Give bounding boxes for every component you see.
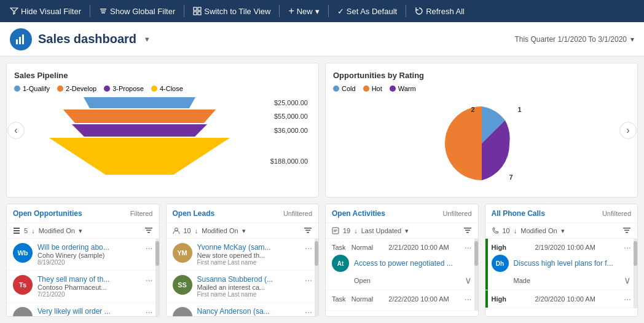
legend-develop: 2-Develop (57, 85, 96, 92)
page-header: Sales dashboard ▾ This Quarter 1/1/2020 … (0, 22, 644, 57)
activities-sort-chevron[interactable]: ▾ (405, 227, 409, 235)
legend-qualify: 1-Qualify (14, 85, 50, 92)
new-button[interactable]: + New ▾ (283, 0, 324, 22)
filter-list-icon (622, 226, 631, 235)
scrollbar-track (315, 239, 318, 317)
list-item: Ts They sell many of th... Contoso Pharm… (7, 271, 159, 303)
legend-cold: Cold (333, 85, 356, 92)
set-as-default-button[interactable]: ✓ Set As Default (332, 0, 402, 22)
nav-arrow-left[interactable]: ‹ (7, 122, 25, 139)
item-menu-button[interactable]: ··· (146, 307, 153, 317)
page-title: Sales dashboard (38, 32, 136, 46)
activity-menu-button[interactable]: ··· (465, 294, 472, 304)
opp-sort-desc-button[interactable]: ↓ (31, 227, 35, 234)
activities-sort-desc-button[interactable]: ↓ (354, 227, 358, 234)
phone-calls-controls: 10 ↓ Modified On ▾ (485, 223, 638, 239)
svg-rect-26 (623, 228, 630, 229)
item-menu-button[interactable]: ··· (146, 275, 153, 285)
avatar (13, 307, 33, 317)
svg-rect-18 (305, 230, 310, 231)
expand-button[interactable]: ∨ (465, 274, 472, 286)
item-text: Yvonne McKay (sam... New store opened th… (197, 243, 300, 266)
scrollbar-thumb[interactable] (474, 241, 478, 266)
avatar: Dh (492, 255, 509, 272)
item-menu-button[interactable]: ··· (305, 243, 312, 253)
qualify-dot (14, 86, 20, 92)
person-icon (173, 227, 180, 234)
leads-filter-button[interactable] (304, 226, 312, 235)
activities-count: 19 (343, 227, 350, 234)
item-menu-button[interactable]: ··· (305, 307, 312, 317)
tile-view-icon (193, 7, 202, 15)
show-global-filter-button[interactable]: Show Global Filter (94, 0, 180, 22)
nav-arrow-right[interactable]: › (619, 122, 637, 139)
svg-rect-14 (146, 230, 151, 231)
header-chevron-icon[interactable]: ▾ (145, 34, 149, 44)
pie-label-7: 7 (509, 173, 512, 181)
opp-rating-title: Opportunities by Rating (333, 71, 630, 80)
scrollbar-track (474, 239, 478, 311)
open-activities-card: Open Activities Unfiltered 19 ↓ Last Upd… (325, 204, 479, 317)
list-item: Nancy Anderson (sa... ··· (167, 303, 319, 317)
avatar (173, 307, 192, 317)
date-range-chevron-icon: ▾ (630, 35, 634, 44)
svg-rect-23 (464, 228, 471, 229)
sales-dashboard-icon (10, 28, 32, 50)
scrollbar-thumb[interactable] (315, 241, 318, 266)
item-text: Very likely will order ... (37, 307, 141, 316)
item-text: They sell many of th... Contoso Pharmace… (37, 275, 141, 298)
phone-icon (492, 227, 499, 234)
svg-rect-24 (465, 230, 470, 231)
svg-rect-1 (101, 10, 106, 12)
item-text: Nancy Anderson (sa... (197, 307, 300, 316)
item-text: Will be ordering abo... Coho Winery (sam… (37, 243, 141, 266)
pie-label-1: 1 (517, 106, 521, 113)
show-global-filter-label: Show Global Filter (110, 7, 175, 16)
phone-sort-chevron[interactable]: ▾ (561, 227, 565, 235)
phone-filter-button[interactable] (622, 226, 631, 235)
switch-to-tile-view-button[interactable]: Switch to Tile View (188, 0, 275, 22)
svg-rect-0 (100, 9, 106, 10)
scrollbar-thumb[interactable] (634, 241, 637, 266)
item-menu-button[interactable]: ··· (305, 275, 312, 285)
open-activities-title: Open Activities (332, 209, 385, 218)
svg-rect-27 (624, 230, 629, 231)
activities-filter-button[interactable] (463, 226, 472, 235)
opp-filter-button[interactable] (144, 226, 153, 235)
activity-menu-button[interactable]: ··· (465, 242, 472, 252)
open-leads-controls: 10 ↓ Modified On ▾ (167, 223, 319, 239)
hide-visual-filter-button[interactable]: Hide Visual Filter (5, 0, 86, 22)
svg-rect-6 (198, 12, 201, 15)
svg-rect-12 (14, 233, 20, 234)
cold-dot (333, 86, 339, 92)
checkmark-icon: ✓ (337, 7, 344, 16)
phone-menu-button[interactable]: ··· (624, 294, 631, 304)
leads-sort-chevron[interactable]: ▾ (242, 227, 246, 235)
global-filter-icon (99, 7, 108, 15)
date-range-selector[interactable]: This Quarter 1/1/2020 To 3/1/2020 ▾ (514, 35, 634, 44)
new-label: New (297, 7, 313, 16)
avatar: Ts (13, 275, 33, 295)
item-menu-button[interactable]: ··· (146, 243, 153, 253)
opp-sort-chevron[interactable]: ▾ (79, 227, 82, 235)
all-phone-calls-card: All Phone Calls Unfiltered 10 ↓ Modified… (485, 204, 638, 317)
open-leads-title: Open Leads (173, 209, 215, 218)
leads-sort-desc-button[interactable]: ↓ (195, 227, 198, 234)
refresh-all-button[interactable]: Refresh All (410, 0, 469, 22)
refresh-icon (415, 7, 423, 15)
divider-4 (328, 5, 329, 17)
expand-button[interactable]: ∨ (624, 274, 631, 286)
scrollbar-thumb[interactable] (155, 241, 159, 266)
legend-warm: Warm (390, 85, 416, 92)
priority-bar (485, 239, 488, 290)
open-leads-badge: Unfiltered (283, 210, 312, 217)
open-opp-header: Open Opportunities Filtered (7, 204, 159, 223)
activities-sort-label: Last Updated (361, 227, 401, 234)
activity-item: Task Normal 2/22/2020 10:00 AM ··· (326, 290, 478, 311)
open-activities-header: Open Activities Unfiltered (326, 204, 478, 223)
phone-menu-button[interactable]: ··· (624, 242, 631, 252)
open-opp-title: Open Opportunities (13, 209, 82, 218)
toolbar: Hide Visual Filter Show Global Filter Sw… (0, 0, 644, 22)
phone-calls-header: All Phone Calls Unfiltered (485, 204, 638, 223)
phone-sort-desc-button[interactable]: ↓ (514, 227, 517, 234)
